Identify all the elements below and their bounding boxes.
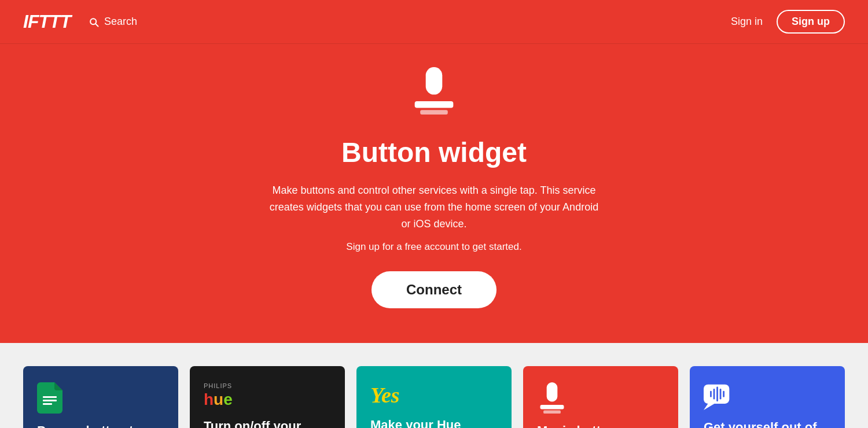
awkward-icon	[704, 382, 731, 410]
hero-title: Button widget	[341, 136, 527, 168]
logo: IFTTT	[23, 11, 71, 32]
svg-rect-12	[713, 389, 715, 399]
search-label: Search	[104, 16, 137, 28]
svg-rect-4	[43, 400, 57, 401]
svg-rect-1	[415, 101, 454, 108]
yes-logo: Yes	[370, 382, 498, 408]
svg-rect-2	[420, 110, 448, 115]
svg-rect-5	[43, 403, 52, 405]
card-hue-lights[interactable]: PHILIPS hue Turn on/off your lights with…	[190, 366, 345, 428]
header-right: Sign in Sign up	[731, 10, 845, 34]
card-awkward-title: Get yourself out of an awkward situation…	[704, 419, 831, 428]
hero-section: Button widget Make buttons and control o…	[0, 44, 868, 343]
card-google-drive-title: Press a button to track work hours in Go…	[37, 423, 164, 428]
search-icon	[88, 16, 100, 28]
svg-rect-13	[716, 387, 718, 402]
hero-signup-text: Sign up for a free account to get starte…	[346, 241, 521, 253]
svg-rect-6	[547, 382, 558, 402]
hue-text: hue	[204, 390, 331, 409]
card-music-title: Music button	[537, 423, 664, 428]
svg-marker-10	[704, 404, 714, 410]
card-google-drive[interactable]: Press a button to track work hours in Go…	[23, 366, 178, 428]
svg-rect-9	[704, 385, 729, 404]
signin-link[interactable]: Sign in	[731, 16, 763, 28]
philips-text: PHILIPS	[204, 382, 331, 389]
card-awkward[interactable]: Get yourself out of an awkward situation…	[690, 366, 845, 428]
svg-rect-3	[43, 396, 57, 398]
svg-rect-0	[426, 67, 443, 95]
google-sheets-icon	[37, 382, 62, 414]
signup-button[interactable]: Sign up	[777, 10, 845, 34]
svg-rect-14	[720, 389, 722, 399]
hero-description: Make buttons and control other services …	[266, 182, 602, 232]
card-music[interactable]: Music button	[523, 366, 678, 428]
svg-rect-8	[543, 411, 561, 414]
music-button-icon	[537, 382, 567, 414]
search-area[interactable]: Search	[88, 16, 137, 28]
card-hue-lights-title: Turn on/off your lights with one tap on …	[204, 418, 331, 428]
svg-rect-15	[723, 391, 724, 397]
connect-button[interactable]: Connect	[372, 271, 496, 308]
card-hue-color[interactable]: Yes Make your Hue Lights colour loop wit…	[356, 366, 512, 428]
header: IFTTT Search Sign in Sign up	[0, 0, 868, 44]
card-hue-color-title: Make your Hue Lights colour loop with th…	[370, 417, 498, 428]
svg-rect-11	[710, 391, 712, 397]
svg-rect-7	[540, 405, 564, 409]
cards-section: Press a button to track work hours in Go…	[0, 343, 868, 428]
button-widget-icon	[408, 67, 460, 125]
hue-logo: PHILIPS hue	[204, 382, 331, 409]
